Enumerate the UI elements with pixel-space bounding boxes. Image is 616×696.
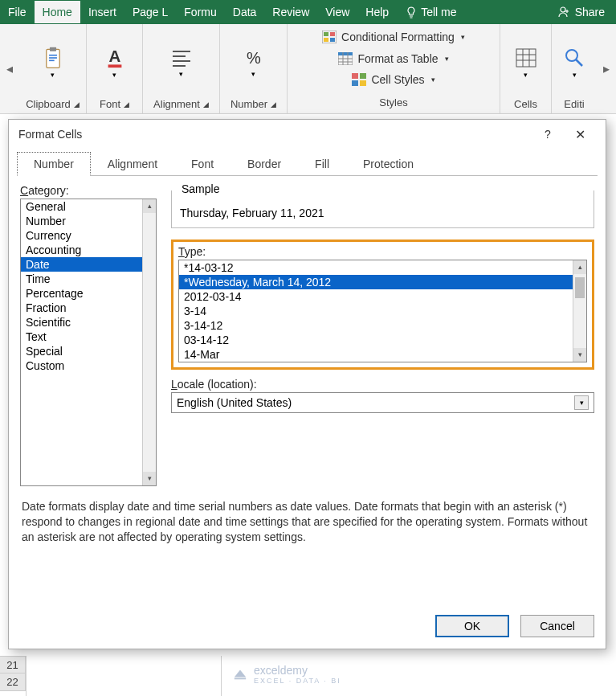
type-item[interactable]: 3-14: [179, 304, 586, 318]
row-header[interactable]: 22: [0, 673, 26, 691]
conditional-formatting-button[interactable]: Conditional Formatting ▾: [319, 29, 468, 45]
category-item[interactable]: Number: [21, 214, 156, 228]
tab-page-layout[interactable]: Page L: [124, 1, 176, 23]
tab-formulas[interactable]: Formu: [176, 1, 224, 23]
watermark-icon: [233, 667, 247, 682]
chevron-down-icon: ▾: [251, 70, 255, 78]
category-item[interactable]: Special: [21, 344, 156, 358]
group-alignment: ▾ Alignment◢: [143, 24, 220, 113]
ribbon-scroll-left[interactable]: ◂: [0, 24, 19, 113]
dlg-tab-alignment[interactable]: Alignment: [91, 152, 174, 176]
group-styles: Conditional Formatting ▾ Format as Table…: [288, 24, 500, 113]
category-label: Category:: [20, 184, 157, 197]
description-text: Date formats display date and time seria…: [9, 494, 606, 550]
dialog-launcher-icon[interactable]: ◢: [271, 100, 276, 108]
dlg-tab-number[interactable]: Number: [17, 152, 91, 176]
category-list[interactable]: General Number Currency Accounting Date …: [20, 199, 157, 486]
tab-file[interactable]: File: [0, 1, 35, 23]
find-button[interactable]: ▾: [560, 47, 589, 79]
category-item[interactable]: Time: [21, 272, 156, 286]
number-button[interactable]: % ▾: [239, 47, 268, 79]
category-item[interactable]: Custom: [21, 358, 156, 373]
format-as-table-button[interactable]: Format as Table ▾: [335, 51, 451, 67]
chevron-down-icon: ▾: [112, 71, 116, 79]
type-item[interactable]: 03-14-12: [179, 333, 586, 347]
locale-value: English (United States): [177, 396, 574, 409]
tell-me-label: Tell me: [421, 6, 456, 18]
dlg-tab-fill[interactable]: Fill: [298, 152, 346, 176]
paste-button[interactable]: ▾: [39, 47, 67, 79]
chevron-down-icon[interactable]: ▾: [574, 395, 589, 410]
ribbon-scroll-right[interactable]: ▸: [597, 24, 616, 113]
category-item[interactable]: Accounting: [21, 243, 156, 257]
tab-home[interactable]: Home: [35, 1, 80, 23]
scrollbar[interactable]: ▴ ▾: [573, 260, 586, 362]
scroll-up-icon[interactable]: ▴: [143, 199, 156, 213]
tab-help[interactable]: Help: [357, 1, 397, 23]
dialog-titlebar[interactable]: Format Cells ? ✕: [9, 120, 606, 149]
scroll-thumb[interactable]: [575, 277, 585, 298]
group-editing: ▾ Editi: [552, 24, 597, 113]
svg-rect-5: [49, 59, 55, 61]
close-button[interactable]: ✕: [564, 127, 596, 142]
group-label: Alignment: [153, 98, 200, 110]
tab-data[interactable]: Data: [225, 1, 265, 23]
category-item[interactable]: Text: [21, 330, 156, 344]
type-item[interactable]: *14-03-12: [179, 260, 586, 275]
type-item[interactable]: 14-Mar: [179, 347, 586, 362]
scroll-down-icon[interactable]: ▾: [573, 348, 586, 362]
type-list[interactable]: *14-03-12 *Wednesday, March 14, 2012 201…: [178, 260, 587, 362]
dlg-tab-font[interactable]: Font: [174, 152, 230, 176]
svg-rect-7: [108, 64, 121, 68]
svg-line-34: [576, 59, 582, 66]
locale-label: Locale (location):: [171, 378, 594, 391]
dlg-tab-border[interactable]: Border: [230, 152, 298, 176]
dlg-tab-protection[interactable]: Protection: [346, 152, 430, 176]
scroll-down-icon[interactable]: ▾: [143, 472, 156, 485]
type-item-selected[interactable]: *Wednesday, March 14, 2012: [179, 275, 586, 289]
category-item[interactable]: Currency: [21, 228, 156, 243]
group-label: Styles: [379, 96, 407, 108]
type-item[interactable]: 3-14-12: [179, 318, 586, 333]
group-label: Number: [230, 98, 267, 110]
dialog-launcher-icon[interactable]: ◢: [203, 100, 209, 108]
svg-rect-15: [330, 32, 335, 36]
row-header[interactable]: 21: [0, 656, 26, 673]
tab-insert[interactable]: Insert: [80, 1, 124, 23]
cond-format-icon: [322, 31, 337, 43]
scroll-up-icon[interactable]: ▴: [573, 260, 586, 274]
chevron-down-icon: ▾: [461, 33, 465, 41]
cond-format-label: Conditional Formatting: [341, 31, 455, 43]
group-label: Cells: [514, 98, 537, 110]
help-button[interactable]: ?: [532, 128, 564, 141]
locale-select[interactable]: English (United States) ▾: [171, 392, 594, 413]
category-item[interactable]: Scientific: [21, 315, 156, 330]
tab-view[interactable]: View: [317, 1, 357, 23]
align-icon: [169, 47, 194, 68]
share-button[interactable]: Share: [546, 6, 616, 18]
ok-button[interactable]: OK: [435, 615, 509, 637]
scrollbar[interactable]: ▴ ▾: [142, 199, 156, 485]
dialog-launcher-icon[interactable]: ◢: [124, 100, 129, 108]
cancel-button[interactable]: Cancel: [520, 615, 594, 637]
font-icon: A: [103, 47, 127, 69]
category-item[interactable]: General: [21, 199, 156, 214]
tab-review[interactable]: Review: [264, 1, 317, 23]
svg-rect-27: [360, 80, 366, 86]
cells-button[interactable]: ▾: [512, 47, 541, 79]
chevron-down-icon: ▾: [524, 71, 528, 79]
svg-text:%: %: [247, 49, 261, 67]
category-item[interactable]: Percentage: [21, 286, 156, 301]
dialog-title: Format Cells: [18, 128, 532, 141]
category-item[interactable]: Fraction: [21, 301, 156, 315]
svg-rect-1: [46, 49, 59, 68]
type-item[interactable]: 2012-03-14: [179, 289, 586, 304]
alignment-button[interactable]: ▾: [167, 47, 196, 79]
cells-icon: [514, 47, 538, 69]
font-button[interactable]: A ▾: [100, 47, 129, 79]
dialog-launcher-icon[interactable]: ◢: [74, 100, 80, 108]
tell-me[interactable]: Tell me: [397, 6, 464, 18]
category-item-selected[interactable]: Date: [21, 257, 156, 272]
cell-styles-button[interactable]: Cell Styles ▾: [349, 72, 438, 88]
group-label: Clipboard: [26, 98, 71, 110]
